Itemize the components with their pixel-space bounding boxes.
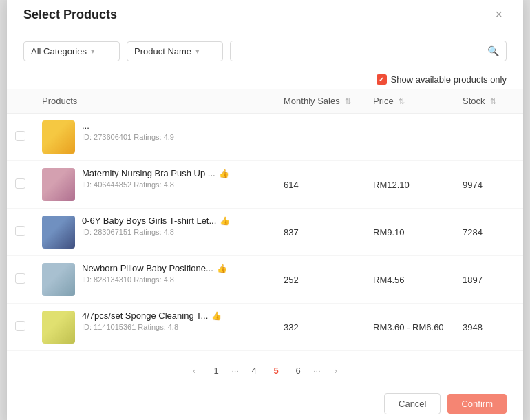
table-row: Maternity Nursing Bra Push Up ...👍ID: 40… [7, 161, 523, 209]
product-name: 4/7pcs/set Sponge Cleaning T... [82, 311, 208, 321]
product-meta: ID: 283067151 Ratings: 4.8 [82, 228, 230, 236]
products-table: Products Monthly Sales ⇅ Price ⇅ Stock [7, 89, 523, 351]
sortby-filter[interactable]: Product Name ▾ [127, 41, 223, 61]
page-5-button[interactable]: 5 [266, 361, 286, 380]
product-price: RM4.56 [365, 256, 454, 304]
table-header-row: Products Monthly Sales ⇅ Price ⇅ Stock [7, 89, 523, 114]
product-price: RM3.60 - RM6.60 [365, 304, 454, 351]
product-name: ... [82, 120, 89, 131]
product-meta: ID: 1141015361 Ratings: 4.8 [82, 323, 222, 331]
show-available-checkbox[interactable] [377, 74, 387, 85]
product-monthly-sales: 332 [275, 304, 365, 351]
col-header-monthly-sales[interactable]: Monthly Sales ⇅ [275, 89, 365, 114]
confirm-button[interactable]: Confirm [447, 394, 507, 414]
sortby-chevron-icon: ▾ [195, 47, 200, 56]
product-cell: Maternity Nursing Bra Push Up ...👍ID: 40… [34, 161, 275, 209]
product-thumbnail [42, 168, 75, 201]
modal-header: Select Products × [7, 0, 523, 32]
table-row: 0-6Y Baby Boys Girls T-shirt Let...👍ID: … [7, 209, 523, 256]
product-cell: 0-6Y Baby Boys Girls T-shirt Let...👍ID: … [34, 209, 275, 256]
modal-title: Select Products [23, 8, 117, 22]
page-1-button[interactable]: 1 [206, 361, 226, 380]
product-meta: ID: 273606401 Ratings: 4.9 [82, 133, 174, 141]
product-monthly-sales [275, 114, 365, 161]
category-filter[interactable]: All Categories ▾ [23, 41, 120, 61]
product-price [365, 114, 454, 161]
filters-row: All Categories ▾ Product Name ▾ 🔍 [7, 32, 523, 70]
options-row: Show available products only [7, 70, 523, 89]
ellipsis-1: ··· [229, 366, 242, 376]
category-chevron-icon: ▾ [91, 47, 95, 56]
show-available-label[interactable]: Show available products only [377, 74, 507, 85]
product-stock: 1897 [454, 256, 523, 304]
prev-page-button[interactable]: ‹ [184, 361, 204, 380]
product-cell: ...ID: 273606401 Ratings: 4.9 [34, 114, 275, 161]
product-meta: ID: 828134310 Ratings: 4.8 [82, 275, 227, 284]
row-checkbox-cell [7, 304, 34, 351]
row-checkbox[interactable] [15, 321, 25, 331]
product-monthly-sales: 614 [275, 161, 365, 209]
product-thumbnail [42, 120, 75, 154]
product-meta: ID: 406444852 Ratings: 4.8 [82, 180, 229, 189]
row-checkbox-cell [7, 114, 34, 161]
row-checkbox[interactable] [15, 131, 25, 141]
product-name: Maternity Nursing Bra Push Up ... [82, 168, 215, 178]
products-table-container: Products Monthly Sales ⇅ Price ⇅ Stock [7, 89, 523, 351]
product-thumbnail [42, 216, 75, 249]
stock-sort-icon: ⇅ [490, 97, 496, 105]
row-checkbox-cell [7, 161, 34, 209]
row-checkbox-cell [7, 256, 34, 304]
col-header-price[interactable]: Price ⇅ [365, 89, 454, 114]
row-checkbox[interactable] [15, 178, 25, 189]
product-stock: 3948 [454, 304, 523, 351]
modal-overlay: Select Products × All Categories ▾ Produ… [0, 0, 530, 420]
table-row: Newborn Pillow Baby Positione...👍ID: 828… [7, 256, 523, 304]
product-cell: Newborn Pillow Baby Positione...👍ID: 828… [34, 256, 275, 304]
table-row: 4/7pcs/set Sponge Cleaning T...👍ID: 1141… [7, 304, 523, 351]
product-cell: 4/7pcs/set Sponge Cleaning T...👍ID: 1141… [34, 304, 275, 351]
product-name: Newborn Pillow Baby Positione... [82, 263, 213, 273]
close-button[interactable]: × [491, 7, 507, 22]
product-monthly-sales: 252 [275, 256, 365, 304]
product-stock: 7284 [454, 209, 523, 256]
search-icon: 🔍 [487, 45, 499, 56]
search-box: 🔍 [230, 41, 507, 61]
monthly-sales-sort-icon: ⇅ [345, 97, 351, 105]
product-price: RM12.10 [365, 161, 454, 209]
thumbs-up-icon: 👍 [211, 311, 222, 321]
product-thumbnail [42, 311, 75, 344]
modal-footer: Cancel Confirm [7, 386, 523, 420]
page-4-button[interactable]: 4 [244, 361, 264, 380]
col-header-stock[interactable]: Stock ⇅ [454, 89, 523, 114]
row-checkbox-cell [7, 209, 34, 256]
next-page-button[interactable]: › [326, 361, 346, 380]
product-thumbnail [42, 263, 75, 296]
category-label: All Categories [31, 46, 87, 56]
row-checkbox[interactable] [15, 273, 25, 284]
sortby-label: Product Name [134, 46, 191, 56]
product-monthly-sales: 837 [275, 209, 365, 256]
product-name: 0-6Y Baby Boys Girls T-shirt Let... [82, 216, 216, 226]
thumbs-up-icon: 👍 [219, 169, 229, 178]
thumbs-up-icon: 👍 [217, 264, 227, 273]
col-header-check [7, 89, 34, 114]
table-row: ...ID: 273606401 Ratings: 4.9 [7, 114, 523, 161]
cancel-button[interactable]: Cancel [384, 393, 441, 414]
ellipsis-2: ··· [310, 366, 324, 376]
search-input[interactable] [237, 46, 483, 56]
select-products-modal: Select Products × All Categories ▾ Produ… [7, 0, 523, 420]
price-sort-icon: ⇅ [399, 97, 405, 105]
col-header-products: Products [34, 89, 275, 114]
row-checkbox[interactable] [15, 226, 25, 236]
product-stock: 9974 [454, 161, 523, 209]
product-price: RM9.10 [365, 209, 454, 256]
thumbs-up-icon: 👍 [220, 216, 230, 226]
pagination: ‹ 1 ··· 4 5 6 ··· › [7, 351, 523, 386]
page-6-button[interactable]: 6 [288, 361, 308, 380]
product-stock [454, 114, 523, 161]
